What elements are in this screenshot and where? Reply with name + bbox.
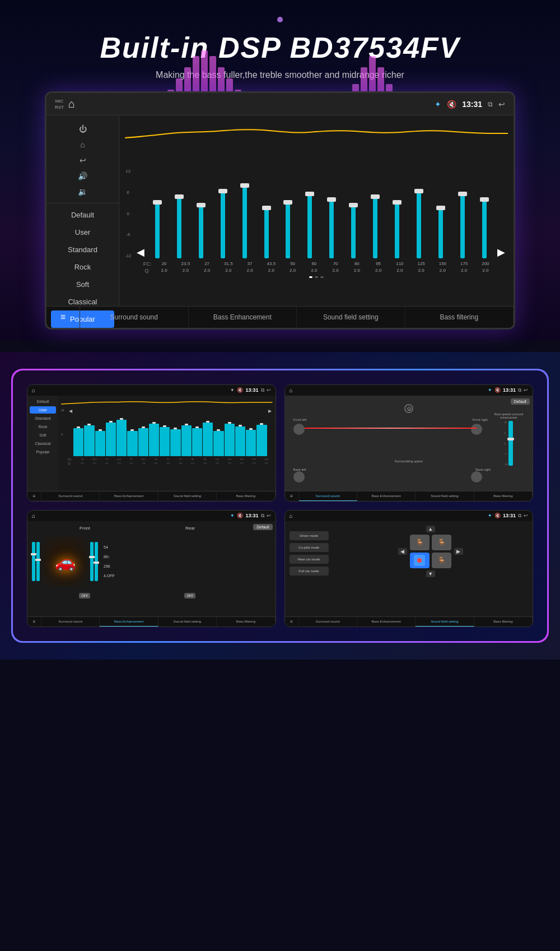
mini-home-icon-2[interactable]: ⌂ [290,387,293,393]
sidebar-item-soft[interactable]: Soft [46,276,119,293]
seat-front-right[interactable]: 🪑 [432,535,451,550]
copy-icon[interactable]: ⧉ [488,100,493,108]
eq-slider-13[interactable] [408,146,429,258]
sidebar-item-user[interactable]: User [46,224,119,241]
eq-slider-16[interactable] [474,146,494,258]
copilot-mode-btn[interactable]: Co-pilot mode [290,543,329,552]
bass-default-btn[interactable]: Default [253,524,272,530]
mini-home-icon-4[interactable]: ⌂ [290,513,293,519]
mini-tab-surround-1[interactable]: Surround sound [41,491,100,500]
eq-slider-3[interactable] [190,146,211,258]
dot-1[interactable] [309,276,312,278]
eq-slider-5[interactable] [234,146,255,258]
mini-tab-icon-3[interactable]: ≡ [27,617,41,627]
speaker-front-left[interactable] [293,424,305,435]
sidebar-item-rock[interactable]: Rock [46,258,119,276]
tab-sound-field-setting[interactable]: Sound field setting [297,307,405,328]
mini-tab-icon-4[interactable]: ≡ [285,617,299,627]
seat-front-left[interactable]: 🪑 [410,535,430,550]
full-car-mode-btn[interactable]: Full car mode [290,567,329,576]
mini-tab-field-1[interactable]: Sound field setting [158,491,217,500]
next-arrow[interactable]: ▶ [494,246,508,258]
mini-item-standard-1[interactable]: Standard [30,415,56,422]
mini-copy-icon-3[interactable]: ⧉ [261,513,264,519]
mini-tab-filter-4[interactable]: Bass filtering [474,617,533,627]
down-arrow-btn[interactable]: ▼ [426,570,435,577]
rear-car-mode-btn[interactable]: Rear car mode [290,555,329,564]
mini-tab-filter-3[interactable]: Bass filtering [217,617,275,627]
mini-tab-bass-2[interactable]: Bass Enhancement [357,491,416,501]
eq-slider-9[interactable] [321,146,342,258]
home-sidebar-icon[interactable]: ⌂ [80,140,85,149]
mini-tab-bass-3[interactable]: Bass Enhancement [100,617,158,627]
mini-tab-filter-2[interactable]: Bass filtering [474,491,533,501]
eq-slider-11[interactable] [365,146,386,258]
up-arrow-btn[interactable]: ▲ [426,526,435,532]
eq-slider-7[interactable] [278,146,298,258]
mini-tab-bass-1[interactable]: Bass Enhancement [100,491,158,500]
mini-tab-icon-1[interactable]: ≡ [27,491,41,500]
mini-tab-field-2[interactable]: Sound field setting [416,491,474,501]
mini-item-soft-1[interactable]: Soft [30,432,56,439]
back-icon[interactable]: ↩ [498,100,505,109]
seat-back-right[interactable]: 🪑 [432,553,451,568]
mini-tab-surround-3[interactable]: Surround sound [41,617,100,627]
mini-tab-bass-4[interactable]: Bass Enhancement [357,617,416,627]
right-arrow-btn[interactable]: ▶ [454,548,463,555]
eq-slider-1[interactable] [147,146,168,258]
vol-up-icon[interactable]: 🔊 [78,171,87,180]
front-off-btn[interactable]: OFF [79,593,90,599]
eq-slider-15[interactable] [452,146,473,258]
mini-copy-icon-1[interactable]: ⧉ [261,387,264,393]
mini-tab-field-3[interactable]: Sound field setting [158,617,217,627]
tab-eq-icon[interactable]: ≡ [46,307,80,328]
back-sidebar-icon[interactable]: ↩ [80,156,86,165]
tab-bass-filtering[interactable]: Bass filtering [405,307,514,328]
sidebar-item-standard[interactable]: Standard [46,241,119,258]
mini-back-icon-2[interactable]: ↩ [524,387,528,393]
eq-slider-2[interactable] [169,146,189,258]
eq-slider-8[interactable] [300,146,320,258]
tab-surround-sound[interactable]: Surround sound [80,307,189,328]
mini-item-user-1[interactable]: User [30,406,56,414]
eq-slider-12[interactable] [387,146,408,258]
mini-tab-surround-2[interactable]: Surround sound [299,491,357,501]
mini-back-icon-4[interactable]: ↩ [524,513,528,519]
tab-bass-enhancement[interactable]: Bass Enhancement [189,307,297,328]
eq-slider-4[interactable] [212,146,233,258]
mini-home-icon-3[interactable]: ⌂ [32,513,35,519]
eq-slider-10[interactable] [343,146,364,258]
mini-copy-icon-4[interactable]: ⧉ [518,513,521,519]
mini-next-arrow-1[interactable]: ▶ [267,409,273,414]
surround-power-btn[interactable]: ⏻ [404,404,413,413]
mini-item-popular-1[interactable]: Popular [30,448,56,456]
speaker-back-right[interactable] [471,471,482,483]
dot-3[interactable] [320,276,324,278]
eq-slider-14[interactable] [430,146,451,258]
home-icon[interactable]: ⌂ [68,98,75,110]
driver-mode-btn[interactable]: Driver mode [290,531,329,540]
prev-arrow[interactable]: ◀ [134,246,147,258]
speaker-front-right[interactable] [471,424,482,435]
power-icon[interactable]: ⏻ [79,124,87,133]
mini-tab-icon-2[interactable]: ≡ [285,491,299,501]
eq-slider-6[interactable] [256,146,277,258]
mini-back-icon-1[interactable]: ↩ [267,387,271,393]
seat-back-left-selected[interactable] [410,553,430,568]
speaker-back-left[interactable] [293,471,305,483]
mini-back-icon-3[interactable]: ↩ [267,513,271,519]
rear-off-btn[interactable]: OFF [184,593,195,599]
mini-tab-surround-4[interactable]: Surround sound [299,617,357,627]
surround-default-btn[interactable]: Default [511,398,530,405]
dot-2[interactable] [315,276,318,278]
mini-item-rock-1[interactable]: Rock [30,423,56,430]
mini-prev-arrow-1[interactable]: ◀ [68,409,73,414]
mini-item-classical-1[interactable]: Classical [30,440,56,447]
left-arrow-btn[interactable]: ◀ [398,548,407,555]
mini-home-icon-1[interactable]: ⌂ [32,387,35,393]
vol-down-icon[interactable]: 🔉 [78,187,87,196]
mini-item-default-1[interactable]: Default [30,398,56,405]
sidebar-item-default[interactable]: Default [46,206,119,224]
mini-tab-field-4[interactable]: Sound field setting [416,617,474,627]
mini-copy-icon-2[interactable]: ⧉ [518,387,521,393]
